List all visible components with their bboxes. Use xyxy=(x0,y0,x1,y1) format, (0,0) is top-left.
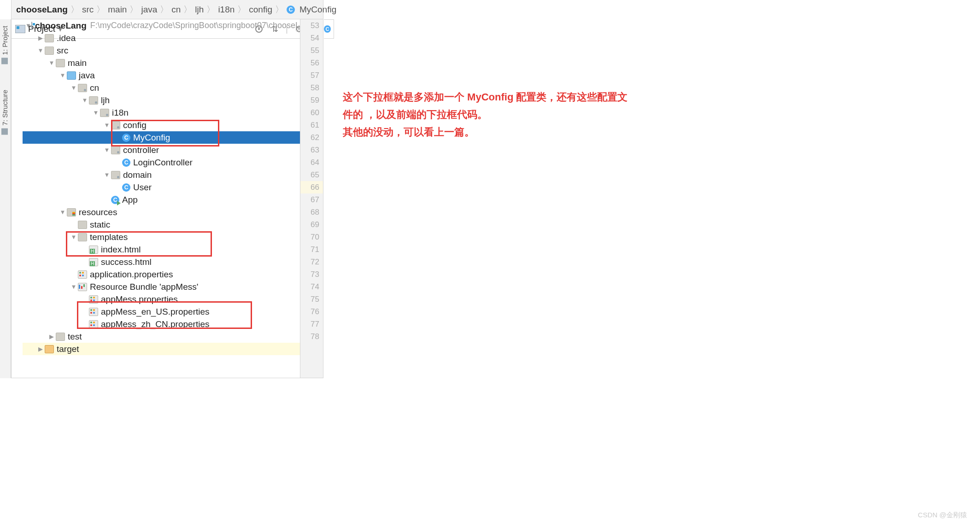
tree-node[interactable]: index.html xyxy=(23,243,300,256)
node-label: success.html xyxy=(101,257,152,267)
breadcrumb-item[interactable]: MyConfig xyxy=(287,5,336,15)
tree-node[interactable]: success.html xyxy=(23,256,300,268)
node-label: target xyxy=(57,344,79,354)
properties-file-icon xyxy=(78,270,87,279)
tree-node[interactable]: .idea xyxy=(23,32,300,44)
tree-node[interactable]: LoginController xyxy=(23,156,300,169)
gutter-line-number: 68 xyxy=(300,206,323,218)
breadcrumb-item[interactable]: src xyxy=(82,5,94,15)
tree-node[interactable]: domain xyxy=(23,169,300,181)
gutter-line-number: 64 xyxy=(300,156,323,169)
package-icon xyxy=(111,121,120,129)
chevron-right-icon: 〉 xyxy=(183,4,192,16)
package-icon xyxy=(111,171,120,179)
sidetab-structure[interactable]: 7: Structure xyxy=(0,86,10,139)
tree-node[interactable]: i18n xyxy=(23,106,300,119)
tree-node-root[interactable]: chooseLangF:\myCode\crazyCode\SpringBoot… xyxy=(23,19,300,32)
tree-node[interactable]: resources xyxy=(23,206,300,218)
package-icon xyxy=(100,109,109,117)
gutter-line-number: 62 xyxy=(300,131,323,144)
breadcrumb-item[interactable]: i18n xyxy=(218,5,235,15)
breadcrumb-item[interactable]: java xyxy=(141,5,157,15)
gutter-line-number: 78 xyxy=(300,330,323,343)
gutter-line-number: 55 xyxy=(300,44,323,57)
tree-node[interactable]: templates xyxy=(23,231,300,243)
chevron-right-icon: 〉 xyxy=(206,4,215,16)
gutter-line-number: 58 xyxy=(300,82,323,94)
node-label: appMess_en_US.properties xyxy=(101,307,210,317)
editor-tab-peek[interactable] xyxy=(324,19,334,39)
gutter-line-number: 72 xyxy=(300,256,323,268)
project-tree[interactable]: chooseLangF:\myCode\crazyCode\SpringBoot… xyxy=(23,19,300,378)
bundle-icon xyxy=(78,283,87,291)
node-label: main xyxy=(68,58,87,68)
folder-icon xyxy=(45,34,54,42)
runnable-class-icon xyxy=(111,196,119,204)
chevron-right-icon: 〉 xyxy=(275,4,284,16)
tree-node[interactable]: config xyxy=(23,119,300,131)
tree-node[interactable]: src xyxy=(23,44,300,57)
source-folder-icon xyxy=(67,71,76,80)
tree-node[interactable]: java xyxy=(23,69,300,82)
side-tool-tabs: 1: Project 7: Structure xyxy=(0,19,11,378)
node-label: src xyxy=(57,46,68,56)
node-label: .idea xyxy=(57,33,76,43)
annotation-text: 这个下拉框就是多添加一个 MyConfig 配置类，还有这些配置文 件的 ，以及… xyxy=(343,88,711,141)
node-label: cn xyxy=(90,83,99,93)
properties-file-icon xyxy=(89,320,98,328)
tree-node[interactable]: test xyxy=(23,330,300,343)
gutter-line-number: 63 xyxy=(300,144,323,156)
chevron-right-icon: 〉 xyxy=(96,4,105,16)
folder-icon xyxy=(78,221,87,229)
gutter-line-number: 59 xyxy=(300,94,323,106)
class-icon xyxy=(122,183,130,192)
breadcrumb-item[interactable]: chooseLang xyxy=(16,5,68,15)
breadcrumb-item[interactable]: ljh xyxy=(195,5,204,15)
gutter-line-number: 73 xyxy=(300,268,323,281)
tree-node[interactable]: appMess_zh_CN.properties xyxy=(23,318,300,330)
structure-icon xyxy=(2,129,8,135)
tree-node-selected[interactable]: MyConfig xyxy=(23,131,300,144)
package-icon xyxy=(111,146,120,154)
tree-node[interactable]: appMess.properties xyxy=(23,293,300,305)
node-label: LoginController xyxy=(133,158,193,168)
gutter-line-number: 77 xyxy=(300,318,323,330)
tree-node[interactable]: Resource Bundle 'appMess' xyxy=(23,281,300,293)
tree-node[interactable]: App xyxy=(23,193,300,206)
gutter-line-number: 74 xyxy=(300,281,323,293)
gutter-line-number: 75 xyxy=(300,293,323,305)
tree-node[interactable]: cn xyxy=(23,82,300,94)
node-label: ljh xyxy=(101,95,110,105)
breadcrumb-item[interactable]: cn xyxy=(171,5,181,15)
node-label: App xyxy=(122,195,138,205)
class-icon xyxy=(122,134,130,142)
node-label: User xyxy=(133,182,152,193)
excluded-folder-icon xyxy=(45,345,54,353)
tree-node[interactable]: controller xyxy=(23,144,300,156)
node-label: static xyxy=(90,220,110,230)
node-label: domain xyxy=(123,170,152,180)
node-label: resources xyxy=(79,207,117,217)
sidetab-project[interactable]: 1: Project xyxy=(0,22,10,68)
chevron-right-icon: 〉 xyxy=(237,4,246,16)
gutter-line-number: 60 xyxy=(300,106,323,119)
gutter-line-number: 67 xyxy=(300,193,323,206)
breadcrumb-item[interactable]: config xyxy=(249,5,272,15)
tree-node[interactable]: target xyxy=(23,343,300,355)
gutter-line-number: 54 xyxy=(300,32,323,44)
tree-node[interactable]: ljh xyxy=(23,94,300,106)
gutter-line-number: 57 xyxy=(300,69,323,82)
tree-node[interactable]: application.properties xyxy=(23,268,300,281)
tree-node[interactable]: User xyxy=(23,181,300,193)
node-label: controller xyxy=(123,145,159,155)
node-path: F:\myCode\crazyCode\SpringBoot\springboo… xyxy=(90,21,300,30)
tree-node[interactable]: static xyxy=(23,218,300,231)
chevron-right-icon: 〉 xyxy=(129,4,138,16)
gutter-line-number: 53 xyxy=(300,19,323,32)
tree-node[interactable]: appMess_en_US.properties xyxy=(23,305,300,318)
tree-node[interactable]: main xyxy=(23,57,300,69)
gutter-line-number: 76 xyxy=(300,305,323,318)
breadcrumb-item[interactable]: main xyxy=(108,5,127,15)
html-file-icon xyxy=(89,246,98,254)
folder-icon xyxy=(56,59,65,67)
